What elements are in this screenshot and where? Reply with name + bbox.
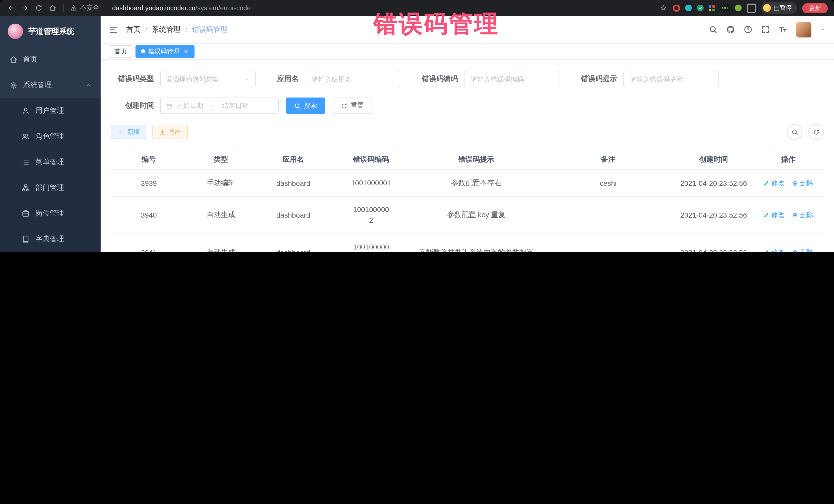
help-icon[interactable] [744, 25, 752, 34]
cell-id: 3941 [111, 234, 187, 252]
breadcrumb-separator: / [145, 25, 147, 34]
sidebar-item-label: 部门管理 [36, 183, 64, 193]
browser-forward-button[interactable] [20, 3, 29, 13]
error-hint-input[interactable] [629, 75, 713, 83]
font-size-icon[interactable] [778, 25, 787, 34]
sidebar-item-post-management[interactable]: 岗位管理 [0, 201, 101, 226]
browser-update-button[interactable]: 更新 [802, 3, 828, 13]
fullscreen-icon[interactable] [761, 25, 770, 34]
cell-remark: ceshi [542, 170, 674, 196]
sidebar-item-label: 首页 [23, 55, 38, 64]
extension-drop-icon[interactable] [685, 5, 692, 11]
cell-code: 1001000001 [332, 170, 411, 196]
extension-leaf-icon[interactable] [735, 5, 742, 11]
site-security-indicator[interactable]: 不安全 [70, 3, 99, 13]
create-time-label: 创建时间 [111, 101, 154, 110]
refresh-icon [341, 103, 348, 109]
app-name-input[interactable] [310, 75, 395, 83]
export-button[interactable]: 导出 [152, 125, 188, 139]
url-path: /system/error-code [196, 4, 251, 12]
error-hint-label: 错误码提示 [581, 74, 617, 84]
post-badge-icon [22, 210, 30, 218]
error-code-input-wrap [464, 71, 559, 87]
paused-label: 已暂停 [773, 4, 792, 12]
cell-app: dashboard [255, 170, 332, 196]
table-row: 3939手动编辑dashboard1001000001参数配置不存在ceshi2… [111, 170, 824, 196]
download-icon [159, 129, 166, 135]
cell-actions: 修改删除 [753, 196, 824, 234]
bookmark-star-icon[interactable] [658, 3, 668, 13]
extension-grid-icon[interactable] [709, 5, 715, 11]
cell-hint: 参数配置不存在 [411, 170, 542, 196]
table-header-row: 编号 类型 应用名 错误码编码 错误码提示 备注 创建时间 操作 [111, 150, 824, 170]
show-search-toggle-button[interactable] [787, 124, 802, 139]
github-icon[interactable] [726, 25, 735, 34]
top-header: 首页 / 系统管理 / 错误码管理 [101, 16, 834, 43]
error-type-select[interactable]: 请选择错误码类型 [160, 71, 256, 87]
profile-paused-badge[interactable]: 已暂停 [761, 2, 797, 14]
address-bar[interactable]: dashboard.yudao.iocoder.cn/system/error-… [112, 4, 251, 12]
sidebar-item-label: 系统管理 [23, 81, 52, 90]
security-label: 不安全 [80, 4, 99, 12]
sidebar-item-system-management[interactable]: 系统管理 [0, 72, 101, 98]
search-button[interactable]: 搜索 [286, 97, 325, 114]
app-logo[interactable]: 芋道管理系统 [0, 16, 101, 47]
pencil-icon [763, 212, 769, 218]
edit-row-button[interactable]: 修改 [763, 178, 785, 188]
error-code-label: 错误码编码 [422, 74, 458, 84]
sidebar-menu: 首页系统管理用户管理角色管理菜单管理部门管理岗位管理字典管理通知公告审计日志在线… [0, 47, 101, 252]
close-tab-icon[interactable] [183, 48, 189, 54]
sidebar-item-role-management[interactable]: 角色管理 [0, 124, 101, 149]
sidebar-item-user-management[interactable]: 用户管理 [0, 98, 101, 124]
table-toolbar: 新增 导出 [111, 124, 824, 139]
col-type: 类型 [187, 150, 255, 170]
edit-row-button[interactable]: 修改 [763, 211, 785, 220]
extension-on-badge[interactable]: on [720, 5, 730, 11]
chevron-up-icon [85, 82, 91, 88]
plus-icon [117, 129, 124, 135]
refresh-table-button[interactable] [808, 124, 824, 139]
calendar-icon [166, 103, 172, 109]
cell-actions: 修改删除 [753, 170, 824, 196]
breadcrumb: 首页 / 系统管理 / 错误码管理 [126, 25, 228, 34]
table-row: 3941自动生成dashboard100100000 3不能删除类型为系统内置的… [111, 234, 824, 252]
delete-row-button[interactable]: 删除 [792, 178, 813, 188]
avatar-dropdown-caret-icon[interactable] [820, 27, 826, 32]
browser-back-button[interactable] [6, 3, 15, 13]
cell-code: 100100000 2 [332, 196, 411, 234]
trash-icon [792, 212, 798, 218]
extension-check-icon[interactable] [697, 5, 704, 11]
breadcrumb-home[interactable]: 首页 [126, 25, 140, 34]
browser-home-button[interactable] [48, 3, 57, 13]
tab-bar: 首页 错误码管理 [101, 43, 834, 60]
delete-row-button[interactable]: 删除 [792, 248, 813, 252]
breadcrumb-current: 错误码管理 [192, 25, 228, 34]
reset-button[interactable]: 重置 [333, 97, 372, 114]
tab-error-code-management[interactable]: 错误码管理 [135, 45, 195, 58]
sidebar-item-menu-management[interactable]: 菜单管理 [0, 149, 101, 175]
search-icon [294, 103, 301, 109]
tab-home[interactable]: 首页 [109, 45, 132, 58]
sidebar-collapse-icon[interactable] [109, 25, 118, 34]
sidebar-item-dept-management[interactable]: 部门管理 [0, 175, 101, 201]
cell-id: 3940 [111, 196, 187, 234]
user-avatar[interactable] [796, 22, 811, 37]
logo-avatar [8, 24, 23, 39]
browser-reload-button[interactable] [34, 3, 43, 13]
cell-id: 3939 [111, 170, 187, 196]
add-button[interactable]: 新增 [111, 125, 146, 139]
sidebar-item-home[interactable]: 首页 [0, 47, 101, 72]
date-range-picker[interactable]: 开始日期 - 结束日期 [160, 97, 279, 114]
filter-error-type: 错误码类型 请选择错误码类型 [111, 71, 256, 87]
error-hint-input-wrap [623, 71, 719, 87]
edit-row-button[interactable]: 修改 [763, 248, 785, 252]
sidebar-item-dict-management[interactable]: 字典管理 [0, 226, 101, 252]
extensions-puzzle-icon[interactable] [747, 3, 756, 13]
delete-row-button[interactable]: 删除 [792, 211, 813, 220]
cell-code: 100100000 3 [332, 234, 411, 252]
extension-record-icon[interactable] [673, 4, 680, 12]
tab-label: 错误码管理 [148, 47, 179, 56]
breadcrumb-system[interactable]: 系统管理 [152, 25, 181, 34]
header-search-icon[interactable] [709, 25, 718, 34]
error-code-input[interactable] [469, 75, 554, 83]
